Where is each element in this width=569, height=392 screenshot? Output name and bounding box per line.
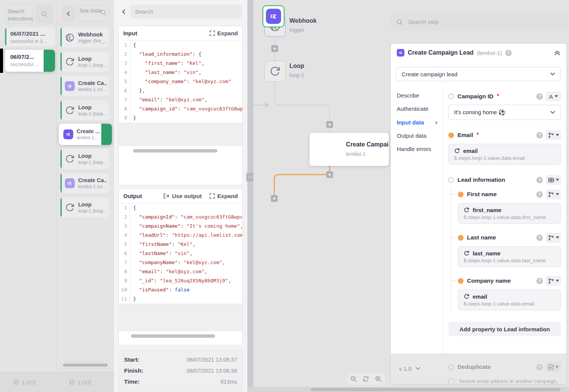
- step-item-title: Create ...: [77, 128, 100, 134]
- lemlist-icon: [65, 81, 75, 91]
- add-property-button[interactable]: Add property to Lead information: [448, 322, 561, 336]
- step-item[interactable]: Webhooktrigger (fire_...: [60, 27, 109, 47]
- field-type-selector[interactable]: [546, 175, 561, 185]
- campaign-id-select[interactable]: It's coming home ⚽: [448, 105, 561, 120]
- nav-item-handle-errors[interactable]: Handle errors: [391, 142, 443, 156]
- nav-item-input-data[interactable]: Input data›: [391, 115, 443, 129]
- steps-hscrollbar-thumb[interactable]: [63, 364, 108, 367]
- help-icon[interactable]: ?: [536, 132, 543, 139]
- step-item-selected[interactable]: Create ...lemlist-1...: [59, 124, 112, 145]
- lemlist-icon: [63, 129, 73, 139]
- refresh-icon[interactable]: [362, 376, 369, 382]
- field-type-selector[interactable]: [546, 362, 561, 372]
- nav-item-authenticate[interactable]: Authenticate: [391, 102, 443, 115]
- lemlist-icon: [65, 178, 75, 188]
- step-item[interactable]: Looploop-1 (loop...: [60, 197, 109, 217]
- search-executions-input[interactable]: Search executions: [5, 5, 33, 24]
- action-select[interactable]: Create campaign lead: [396, 67, 561, 81]
- expand-output-button[interactable]: Expand: [209, 193, 238, 199]
- start-value: 06/07/2021 13:06:37: [187, 357, 237, 363]
- lead-property-token-field[interactable]: first_name$.steps.loop-1.value.data.firs…: [458, 203, 561, 224]
- code-line: 4 "leadUrl": "https://api.lemlist.com",: [119, 231, 242, 240]
- add-step-button[interactable]: +: [326, 121, 333, 128]
- lead-property-token-field[interactable]: email$.steps.loop-1.value.data.email: [458, 290, 561, 310]
- create-node-icon-box[interactable]: [262, 5, 284, 27]
- step-instance: (lemlist-1): [477, 50, 502, 56]
- steps-hscrollbar-track[interactable]: [60, 362, 110, 368]
- help-icon[interactable]: ?: [536, 364, 543, 370]
- email-token-field[interactable]: email $.steps.loop-1.value.data.email: [448, 144, 561, 165]
- search-executions-button[interactable]: [35, 5, 53, 24]
- field-type-selector[interactable]: [546, 233, 561, 242]
- collapse-steps-button[interactable]: [62, 5, 75, 22]
- add-step-button[interactable]: +: [271, 45, 278, 52]
- live-toggle-executions[interactable]: LIVE: [0, 372, 57, 392]
- deduplicate-checkbox[interactable]: [448, 378, 455, 384]
- step-item[interactable]: Create Ca...lemlist-1 (cr...: [60, 173, 109, 193]
- create-campaign-node[interactable]: Create Campaign L lemlist-1: [310, 133, 389, 166]
- help-icon[interactable]: ?: [505, 50, 512, 56]
- lemlist-icon: [398, 50, 403, 55]
- collapse-icon[interactable]: [554, 50, 560, 55]
- help-icon[interactable]: ?: [536, 278, 543, 284]
- version-label: v 1.0: [399, 365, 412, 372]
- version-selector[interactable]: v 1.0: [391, 353, 443, 384]
- add-step-button[interactable]: +: [326, 171, 333, 178]
- finish-value: 06/07/2021 13:06:38: [187, 368, 237, 374]
- io-search-input[interactable]: Search: [130, 5, 242, 19]
- step-item[interactable]: Looploop-1 (loop...: [60, 100, 109, 120]
- field-type-selector[interactable]: [546, 189, 561, 199]
- required-marker: *: [476, 132, 479, 139]
- code-line: 5 "company_name": "kel@xyz.com": [119, 77, 242, 86]
- execution-subtitle: successful in 3...: [10, 38, 51, 44]
- status-bar: [60, 76, 62, 96]
- help-icon[interactable]: ?: [536, 177, 543, 183]
- zoom-out-icon[interactable]: [350, 375, 357, 383]
- lead-information-children: First name?first_name$.steps.loop-1.valu…: [451, 189, 561, 310]
- input-hscrollbar-thumb[interactable]: [133, 149, 217, 153]
- loop-icon: [269, 66, 281, 77]
- add-step-button[interactable]: +: [271, 195, 278, 202]
- live-icon: [14, 380, 19, 385]
- loop-node[interactable]: [264, 61, 286, 82]
- nav-item-output-data[interactable]: Output data: [391, 129, 443, 142]
- code-line: 6 },: [119, 86, 242, 95]
- step-item[interactable]: Create Ca...lemlist-1 (cr...: [60, 76, 109, 96]
- output-hscrollbar[interactable]: [119, 331, 242, 342]
- field-type-selector[interactable]: A: [546, 91, 561, 101]
- code-line: 1{: [119, 203, 242, 213]
- io-search-placeholder: Search: [135, 8, 153, 15]
- zoom-in-icon[interactable]: [375, 375, 382, 383]
- step-item[interactable]: Looploop-1 (loop...: [60, 149, 109, 169]
- step-item-title: Loop: [78, 56, 107, 62]
- chevron-left-icon[interactable]: [121, 9, 126, 14]
- help-icon[interactable]: ?: [536, 235, 543, 241]
- input-code-editor[interactable]: 1{2 "lead_information": {3 "first_name":…: [119, 41, 242, 123]
- expand-input-button[interactable]: Expand: [209, 30, 238, 36]
- output-code-editor[interactable]: 1{2 "campaignId": "cam_vuvgcuc63ftG8wpcJ…: [119, 203, 242, 304]
- use-output-button[interactable]: Use output: [163, 193, 201, 199]
- help-icon[interactable]: ?: [536, 93, 543, 100]
- lead-property-token-field[interactable]: last_name$.steps.loop-1.value.data.last_…: [458, 246, 561, 267]
- input-card: Input Expand 1{2 "lead_information": {3 …: [118, 26, 243, 185]
- help-icon[interactable]: ?: [536, 191, 543, 198]
- panel-resizer[interactable]: [247, 0, 253, 392]
- search-step-input[interactable]: Search step: [390, 14, 569, 30]
- output-hscrollbar-thumb[interactable]: [131, 334, 215, 338]
- input-hscrollbar[interactable]: [119, 146, 242, 157]
- field-type-selector[interactable]: [546, 276, 561, 286]
- nav-item-describe[interactable]: Describe: [391, 89, 443, 102]
- live-toggle-steps[interactable]: LIVE: [57, 372, 113, 392]
- code-line: 8 "email": "kel@xyz.com",: [119, 267, 242, 276]
- code-line: 4 "last_name": "vin",: [119, 68, 242, 77]
- step-item[interactable]: Looploop-1 (loop...: [60, 52, 109, 72]
- chevron-right-icon: ›: [435, 119, 437, 126]
- caret-down-icon: [556, 134, 559, 136]
- step-config-nav: DescribeAuthenticateInput data›Output da…: [391, 87, 443, 353]
- execution-item-selected[interactable]: 06/07/2... successful ...: [5, 50, 55, 72]
- step-item-title: Loop: [78, 104, 107, 110]
- field-type-selector[interactable]: [546, 130, 561, 140]
- loop-icon: [464, 250, 470, 256]
- token-path: $.steps.loop-1.value.data.last_name: [464, 258, 555, 263]
- execution-item[interactable]: 06/07/2021 ... successful in 3...: [5, 27, 55, 46]
